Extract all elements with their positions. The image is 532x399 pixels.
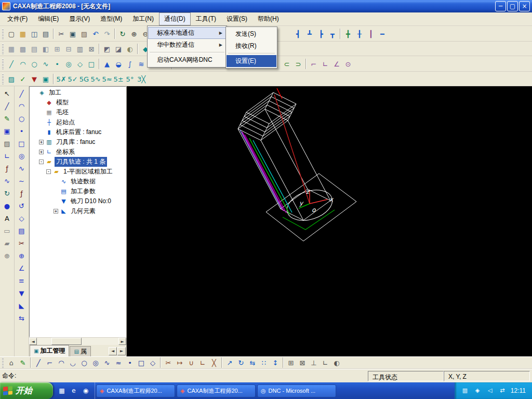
select-arrow-icon[interactable]: ↖ <box>2 88 13 100</box>
grid-toggle-icon[interactable]: ⊞ <box>51 43 63 55</box>
fillet-icon[interactable]: ╋ <box>342 28 354 39</box>
menu-send[interactable]: 发送(S) <box>227 28 276 40</box>
menu-edit[interactable]: 编辑(E) <box>33 12 64 25</box>
menu-communication[interactable]: 通信(D) <box>159 12 191 25</box>
three-axis-icon[interactable]: 3╳ <box>136 73 147 85</box>
fx-icon[interactable]: ƒ <box>16 188 28 200</box>
point-tool-icon[interactable]: • <box>51 58 63 70</box>
tab-scroll-right-button[interactable]: ► <box>117 347 126 355</box>
wave-icon[interactable]: ~ <box>16 176 28 187</box>
new-file-icon[interactable]: ▢ <box>6 28 17 39</box>
options-icon[interactable]: ⊕ <box>2 250 13 262</box>
arc2-icon[interactable]: ◠ <box>16 101 28 112</box>
circle-tool-icon[interactable]: ○ <box>29 58 40 70</box>
plane-rough-machining-icon[interactable]: ▨ <box>6 73 17 85</box>
sphere-icon[interactable]: ● <box>2 201 13 212</box>
five-axis-gcode-icon[interactable]: 5G <box>78 73 90 85</box>
menu-file[interactable]: 文件(F) <box>2 12 33 25</box>
circle2-icon[interactable]: ○ <box>16 113 28 125</box>
axis-toggle-icon[interactable]: ⊟ <box>63 43 74 55</box>
menu-settings[interactable]: 设置(S) <box>221 12 252 25</box>
pencil-icon[interactable]: ✎ <box>2 113 13 125</box>
line2-icon[interactable]: ╱ <box>16 88 28 100</box>
rect-tool-icon[interactable]: □ <box>86 58 97 70</box>
draw-polygon-icon[interactable]: ◇ <box>147 357 158 368</box>
copy-icon[interactable]: ▣ <box>67 28 78 39</box>
undo-icon[interactable]: ↶ <box>90 28 101 39</box>
media-player-icon[interactable]: ◉ <box>81 386 90 395</box>
network-icon[interactable]: ⇄ <box>498 386 507 395</box>
tree-geometry-elements[interactable]: + ◣ 几何元素 <box>30 206 126 216</box>
extend-icon[interactable]: ↦ <box>174 357 185 368</box>
taskbar-caxa-window-1[interactable]: ◈ CAXA制造工程师20... <box>96 384 175 397</box>
ie-browser-icon[interactable]: e <box>69 386 78 395</box>
polyline2-icon[interactable]: ∿ <box>16 163 28 175</box>
trim-corner-icon[interactable]: ┫ <box>292 28 304 39</box>
tab-machining-manager[interactable]: ▣ 加工管理 <box>30 345 69 356</box>
five-axis-rough-icon[interactable]: 5✗ <box>56 73 67 85</box>
draw-rect-icon[interactable]: □ <box>136 357 147 368</box>
draw-arc2-icon[interactable]: ◡ <box>67 357 78 368</box>
toolbar-drag-handle[interactable] <box>2 29 4 39</box>
tree-machining-root[interactable]: ◈ 加工 <box>30 88 126 98</box>
save-file-icon[interactable]: ◫ <box>29 28 40 39</box>
angle-icon[interactable]: ∠ <box>16 263 28 274</box>
render-icon[interactable]: ◪ <box>113 43 124 55</box>
tree-machine-post[interactable]: ▮ 机床后置 : fanuc <box>30 127 126 137</box>
snap-point-icon[interactable]: ⊠ <box>297 357 308 368</box>
taskbar-dnc-window[interactable]: ◎ DNC - Microsoft ... <box>257 384 336 397</box>
spline-tool-icon[interactable]: ∿ <box>40 58 51 70</box>
toolbar-icon[interactable] <box>30 357 31 368</box>
point2-icon[interactable]: • <box>16 126 28 137</box>
volume-icon[interactable]: ◁ <box>485 386 495 395</box>
rotate-view-icon[interactable]: ↻ <box>2 188 13 200</box>
ellipse2-icon[interactable]: ◎ <box>16 151 28 162</box>
fill-color-icon[interactable]: ▣ <box>2 126 13 137</box>
tree-toolpath[interactable]: - ▰ 刀具轨迹 : 共 1 条 <box>30 157 126 167</box>
zoom-in-icon[interactable]: ⊕ <box>128 28 140 39</box>
dimension-icon[interactable]: ∟ <box>2 151 13 162</box>
toolbar-drag-handle[interactable] <box>2 59 4 69</box>
toolbar-icon[interactable] <box>114 29 115 39</box>
shaded-display-icon[interactable]: ▩ <box>17 43 29 55</box>
eraser-icon[interactable]: ▭ <box>2 225 13 237</box>
extrude-surface-icon[interactable]: ▲ <box>101 58 113 70</box>
tree-path-data[interactable]: ∿ 轨迹数据 <box>30 177 126 187</box>
snap-grid-icon[interactable]: ⊞ <box>285 357 297 368</box>
menu-standard-local-comm[interactable]: 标准本地通信 ▶ <box>148 27 226 39</box>
menu-receive[interactable]: 接收(R) <box>227 40 276 52</box>
toolbar-drag-handle[interactable] <box>2 44 4 54</box>
translate-icon[interactable]: ↗ <box>224 357 235 368</box>
chamfer2d-icon[interactable]: ∟ <box>197 357 208 368</box>
sketch-line-icon[interactable]: ╱ <box>2 101 13 112</box>
maximize-button[interactable]: ▢ <box>507 1 518 11</box>
revolve-surface-icon[interactable]: ◒ <box>113 58 124 70</box>
sketch-mode-icon[interactable]: ✎ <box>17 357 29 368</box>
refresh-view-icon[interactable]: ↻ <box>117 28 128 39</box>
tab-scroll-left-button[interactable]: ◄ <box>109 347 117 355</box>
print-icon[interactable]: ▤ <box>40 28 51 39</box>
ellipse-tool-icon[interactable]: ◎ <box>63 58 74 70</box>
tree-coordinate-system[interactable]: + ∟ 坐标系 <box>30 147 126 157</box>
ime-icon[interactable]: ▥ <box>460 386 470 395</box>
tree-plane-area-rough[interactable]: - ▰ 1-平面区域粗加工 <box>30 167 126 177</box>
five-axis-curve-icon[interactable]: 5∿ <box>90 73 101 85</box>
corner-chamfer-icon[interactable]: ┳ <box>327 28 338 39</box>
extend-curve-icon[interactable]: ┣ <box>315 28 327 39</box>
five-axis-surface-icon[interactable]: 5≈ <box>101 73 113 85</box>
toolbar-icon[interactable] <box>99 59 100 69</box>
coord-system-icon[interactable]: ∟ <box>320 357 331 368</box>
tree-tool-library[interactable]: + ▥ 刀具库 : fanuc <box>30 137 126 147</box>
formula-icon[interactable]: ƒ <box>2 163 13 175</box>
text-tool-icon[interactable]: A <box>2 213 13 224</box>
rect2-icon[interactable]: □ <box>16 138 28 150</box>
loft-surface-icon[interactable]: ≋ <box>136 58 147 70</box>
menu-start-caxa-network-dnc[interactable]: 启动CAXA网络DNC <box>148 54 226 66</box>
draw-line-icon[interactable]: ╱ <box>33 357 44 368</box>
offset-icon[interactable]: ╂ <box>354 28 365 39</box>
sweep-surface-icon[interactable]: ∫ <box>124 58 136 70</box>
toolbar-icon[interactable] <box>160 357 161 368</box>
start-button[interactable]: 开始 <box>0 382 53 399</box>
spline-icon[interactable]: ∿ <box>2 176 13 187</box>
draft-icon[interactable]: ∠ <box>331 58 342 70</box>
